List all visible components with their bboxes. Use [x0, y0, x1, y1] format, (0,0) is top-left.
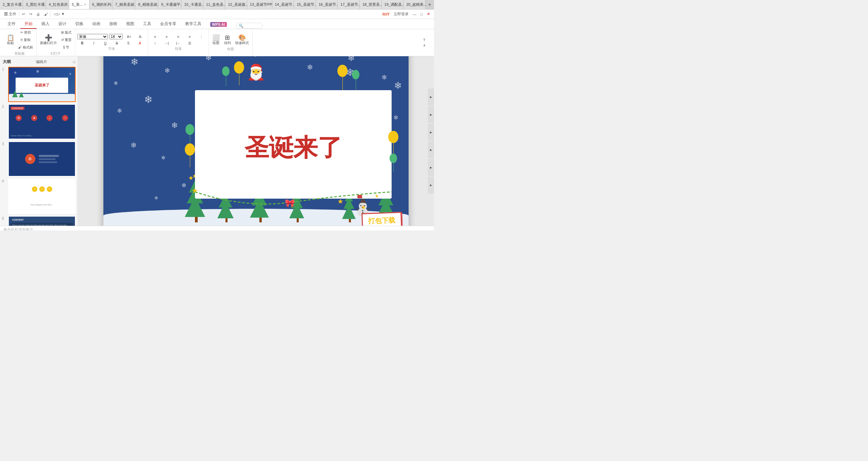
align-right-btn[interactable]: ≡ — [173, 34, 183, 39]
tab-5[interactable]: 6_潮的长列...× — [90, 0, 113, 9]
rib-tab-file[interactable]: 文件 — [3, 20, 20, 29]
italic-btn[interactable]: I — [89, 41, 99, 46]
font-color-btn[interactable]: A — [135, 41, 145, 46]
rib-tab-slideshow[interactable]: 放映 — [105, 20, 121, 29]
paste-btn[interactable]: 📋粘贴 — [5, 34, 16, 46]
section-btn[interactable]: § 节 — [60, 44, 73, 51]
collapse-ribbon-btn[interactable]: ∧ — [419, 43, 429, 48]
shadow-btn[interactable]: S — [123, 41, 134, 46]
slide-thumb-4[interactable]: 4 ☺ ☺ ☺ Flow diagram text here... — [2, 179, 76, 214]
tab-19[interactable]: 20_超精美...× — [403, 0, 426, 9]
underline-btn[interactable]: U — [100, 41, 111, 46]
minimize-btn[interactable]: — — [411, 12, 418, 17]
tab-17[interactable]: 18_背景圣...× — [360, 0, 382, 9]
tab-1[interactable]: 2_复古卡通...× — [0, 0, 23, 9]
tab-8[interactable]: 9_卡通扁平...× — [158, 0, 181, 9]
rib-tab-start[interactable]: 开始 — [20, 20, 37, 29]
tab-13[interactable]: 14_圣诞节...× — [272, 0, 294, 9]
format-brush-ribbon-btn[interactable]: 🖌 格式刷 — [17, 44, 34, 51]
tab-3[interactable]: 4_红色喜庆...× — [46, 0, 69, 9]
thumb-box-2[interactable]: CONTENT ⚙ ★ ♪ ☃ Santa Claus is coming... — [8, 104, 76, 139]
align-justify-btn[interactable]: ≡ — [185, 34, 195, 39]
rib-tab-view[interactable]: 视图 — [122, 20, 138, 29]
print-btn[interactable]: 🖨 — [34, 12, 42, 17]
search-input-area[interactable] — [236, 23, 263, 29]
reset-btn[interactable]: ↺ 重置 — [60, 37, 73, 43]
indent-btn[interactable]: →| — [162, 41, 172, 46]
menu-file-btn[interactable]: ☰ 文件 — [2, 11, 18, 17]
quick-style-btn[interactable]: 🎨快速样式 — [234, 34, 250, 46]
tab-6[interactable]: 7_精美圣诞...× — [113, 0, 136, 9]
tab-15[interactable]: 16_圣诞节...× — [316, 0, 338, 9]
tab-4[interactable]: 5_美...× — [69, 0, 90, 9]
float-btn-4[interactable]: ▶ — [428, 141, 434, 158]
toolbar-extra[interactable]: ◁ ▷ ▼ — [52, 11, 67, 17]
tab-16[interactable]: 17_圣诞节...× — [338, 0, 360, 9]
maximize-btn[interactable]: □ — [418, 12, 425, 17]
tab-2[interactable]: 3_黑红卡通...× — [23, 0, 46, 9]
align-left-btn[interactable]: ≡ — [150, 34, 160, 39]
layout-btn[interactable]: ⊞ 版式 — [60, 29, 73, 36]
float-btn-2[interactable]: ▶ — [428, 106, 434, 123]
float-btn-5[interactable]: ▶ — [428, 159, 434, 176]
rib-tab-member[interactable]: 会员专享 — [156, 20, 180, 29]
float-btn-3[interactable]: ▶ — [428, 124, 434, 141]
snowflake-12: ❄ — [131, 141, 137, 150]
font-family-select[interactable]: 宋体 — [77, 34, 108, 39]
slide-thumb-3[interactable]: 3 ⚙ — [2, 141, 76, 177]
tab-7[interactable]: 8_精致圣诞...× — [135, 0, 158, 9]
tab-18[interactable]: 19_调配圣...× — [382, 0, 404, 9]
rib-tab-insert[interactable]: 插入 — [37, 20, 54, 29]
increase-font-btn[interactable]: A+ — [124, 34, 134, 39]
slide-thumb-5[interactable]: 5 CONTENT Here is your text, make your N… — [2, 216, 76, 226]
tab-14[interactable]: 15_圣诞节...× — [294, 0, 316, 9]
add-tab-button[interactable]: + — [426, 2, 434, 8]
copy-btn[interactable]: ⎘ 复制 — [17, 37, 34, 43]
line-spacing-btn[interactable]: ↕ — [150, 41, 160, 46]
notes-placeholder[interactable]: 单击此处添加备注 — [3, 227, 33, 230]
columns-btn[interactable]: ⋮ — [196, 34, 206, 39]
toolbar-sep-2 — [51, 12, 51, 17]
redo-btn[interactable]: ↪ — [27, 11, 34, 17]
slide-thumb-1[interactable]: 1 ❄ ❄ ❄ 圣诞来了 — [2, 67, 76, 102]
format-brush-btn[interactable]: 🖌 — [42, 12, 50, 17]
login-btn[interactable]: 立即登录 — [392, 11, 411, 17]
thumb-box-1[interactable]: ❄ ❄ ❄ 圣诞来了 — [8, 67, 76, 102]
rib-tab-transition[interactable]: 切换 — [71, 20, 87, 29]
slide-thumb-2[interactable]: 2 CONTENT ⚙ ★ ♪ ☃ Santa Claus is coming.… — [2, 104, 76, 139]
rib-tab-animation[interactable]: 动画 — [88, 20, 104, 29]
close-btn[interactable]: ✕ — [425, 11, 432, 17]
ribbon-search[interactable] — [236, 23, 263, 29]
cut-btn[interactable]: ✂ 剪切 — [17, 29, 34, 36]
tab-9[interactable]: 10_卡通圣...× — [181, 0, 203, 9]
strikethrough-btn[interactable]: S — [112, 41, 122, 46]
rib-tab-wps-ai[interactable]: WPS AI — [206, 21, 231, 29]
tab-10[interactable]: 11_盒色圣...× — [203, 0, 225, 9]
decrease-font-btn[interactable]: A- — [136, 34, 146, 39]
collapse-sidebar-btn[interactable]: ◁ — [72, 60, 75, 64]
rib-tab-tools[interactable]: 工具 — [139, 20, 155, 29]
thumb-box-4[interactable]: ☺ ☺ ☺ Flow diagram text here... — [8, 179, 76, 214]
undo-btn[interactable]: ↩ — [20, 11, 27, 17]
download-badge[interactable]: 打包下载 — [361, 212, 402, 226]
arrange-btn[interactable]: ⊞排列 — [222, 34, 233, 46]
list-btn[interactable]: ☰ — [185, 41, 195, 46]
thumb-box-3[interactable]: ⚙ — [8, 141, 76, 177]
thumb-box-5[interactable]: CONTENT Here is your text, make your New… — [8, 216, 76, 226]
tab-12[interactable]: 13_圣诞节PP...× — [247, 0, 272, 9]
help-btn[interactable]: ? — [419, 38, 429, 43]
align-center-btn[interactable]: ≡ — [162, 34, 172, 39]
float-btn-6[interactable]: ▶ — [428, 177, 434, 194]
float-btn-1[interactable]: ▶ — [428, 88, 434, 105]
outdent-btn[interactable]: |← — [173, 41, 183, 46]
new-slide-btn[interactable]: ➕新建幻灯片 — [39, 34, 58, 46]
font-size-select[interactable]: 18 — [109, 34, 123, 39]
toolbar: ☰ 文件 ↩ ↪ 🖨 🖌 ◁ ▷ ▼ RifT 立即登录 — □ ✕ — [0, 9, 434, 19]
edit-slide-btn[interactable]: 编辑片 — [36, 59, 47, 64]
bold-btn[interactable]: B — [77, 41, 87, 46]
tab-11[interactable]: 12_圣诞嘉...× — [225, 0, 247, 9]
rib-tab-teach[interactable]: 教学工具 — [181, 20, 205, 29]
draw-btn[interactable]: ⬜绘图 — [211, 34, 221, 46]
rib-tab-design[interactable]: 设计 — [54, 20, 71, 29]
snowflake-3: ❄ — [205, 56, 212, 62]
